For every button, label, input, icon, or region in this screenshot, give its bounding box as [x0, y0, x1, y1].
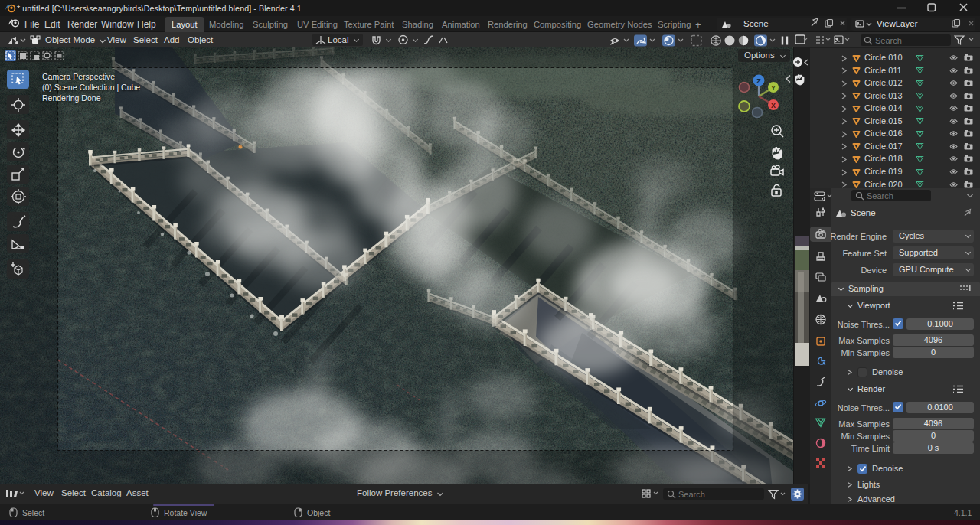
svg-text:Z: Z: [756, 77, 761, 85]
svg-text:X: X: [771, 102, 776, 109]
svg-text:Y: Y: [771, 84, 776, 92]
